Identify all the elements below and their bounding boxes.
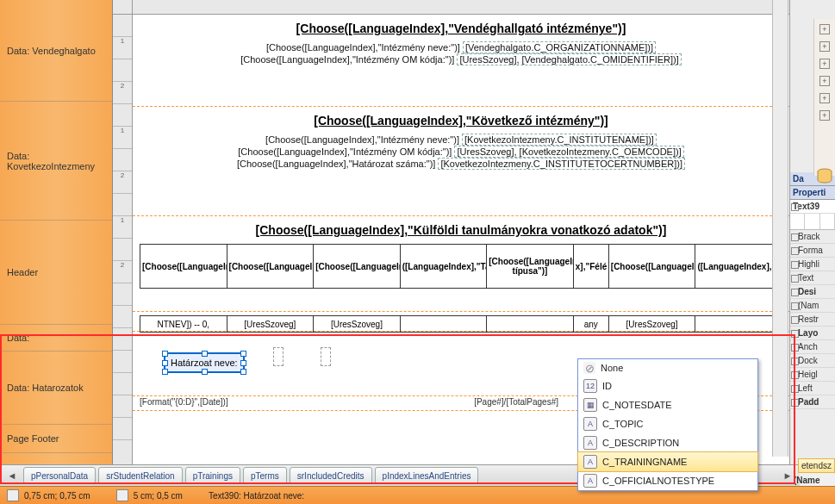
prop-object-name[interactable]: Text39 bbox=[790, 200, 835, 214]
band-labels: Data: Vendeghalgato Data: KovetkezoIntez… bbox=[0, 0, 113, 464]
num-icon: 12 bbox=[583, 379, 597, 393]
prop-item[interactable]: Heigl bbox=[790, 368, 835, 382]
expr[interactable]: [Vendeghalgato.C_ORGANIZATIONNAME])] bbox=[463, 41, 656, 53]
tab[interactable]: pTerms bbox=[243, 467, 287, 484]
section-vendeghalgato[interactable]: [Choose([LanguageIndex],"Vendéghallgató … bbox=[133, 15, 789, 107]
col-head[interactable]: x],"Félé bbox=[573, 245, 608, 289]
horizontal-ruler bbox=[133, 0, 789, 15]
band-label[interactable]: Header bbox=[0, 221, 112, 325]
prop-item[interactable]: Text bbox=[790, 271, 835, 285]
band-label[interactable]: Page Footer bbox=[0, 425, 112, 453]
tab[interactable]: pIndexLinesAndEntries bbox=[375, 467, 479, 484]
header-table[interactable]: [Choose([LanguageIndex],"Intézmény")] [C… bbox=[140, 244, 782, 289]
prop-group[interactable]: Desi bbox=[790, 285, 835, 299]
tab[interactable]: pPersonalData bbox=[23, 467, 96, 484]
none-icon: ⊘ bbox=[583, 362, 595, 374]
section-header[interactable]: [Choose([LanguageIndex],"Külföldi tanulm… bbox=[133, 216, 789, 312]
section-title[interactable]: [Choose([LanguageIndex],"Külföldi tanulm… bbox=[140, 223, 782, 237]
status-size: 5 cm; 0,5 cm bbox=[116, 489, 183, 501]
prop-header[interactable]: Properti bbox=[790, 186, 835, 200]
section-data-row[interactable]: NTNEV]) -- 0, [UresSzoveg] [UresSzoveg] … bbox=[133, 315, 789, 332]
placeholder[interactable] bbox=[273, 347, 284, 366]
expr[interactable]: [KovetkezoIntezmeny.C_INSTITUTETOCERTNUM… bbox=[438, 158, 685, 170]
properties-panel[interactable]: ++++++ Da Properti Text39 Brack Forma Hi… bbox=[789, 0, 835, 464]
expr[interactable]: [Choose([LanguageIndex],"Határozat száma… bbox=[237, 159, 435, 169]
expr[interactable]: [Choose([LanguageIndex],"Intézmény OM kó… bbox=[240, 54, 454, 65]
prop-item[interactable]: (Nam bbox=[790, 299, 835, 313]
field-picker-popup[interactable]: ⊘None 12ID ▦C_NOTESDATE AC_TOPIC AC_DESC… bbox=[577, 358, 758, 491]
tab[interactable]: srStudentRelation bbox=[98, 467, 183, 484]
prop-item[interactable]: Restr bbox=[790, 313, 835, 327]
expr[interactable]: [Choose([LanguageIndex],"Intézmény neve:… bbox=[266, 42, 460, 53]
band-label[interactable]: Data: bbox=[0, 325, 112, 352]
prop-group[interactable]: Padd bbox=[790, 395, 835, 409]
cell[interactable]: [UresSzoveg] bbox=[608, 316, 695, 333]
popup-item[interactable]: AC_TOPIC bbox=[578, 414, 757, 433]
band-label[interactable]: Data: KovetkezoIntezmeny bbox=[0, 102, 112, 221]
prop-group[interactable]: Layo bbox=[790, 327, 835, 340]
col-head[interactable]: [Choose([LanguageIndex],"Ország")] bbox=[227, 245, 314, 289]
col-head[interactable]: ([LanguageIndex],"Tanulmányok bbox=[695, 245, 782, 289]
data-table[interactable]: NTNEV]) -- 0, [UresSzoveg] [UresSzoveg] … bbox=[140, 315, 782, 333]
prop-item[interactable]: Left bbox=[790, 382, 835, 395]
popup-item-none[interactable]: ⊘None bbox=[578, 359, 757, 376]
tab[interactable]: srIncludedCredits bbox=[290, 467, 372, 484]
section-kovetkezo[interactable]: [Choose([LanguageIndex],"Következő intéz… bbox=[133, 107, 789, 216]
label-text: Határzoat neve: bbox=[171, 358, 238, 368]
date-icon: ▦ bbox=[583, 398, 597, 412]
expr[interactable]: [UresSzoveg], [KovetkezoIntezmeny.C_OEMC… bbox=[454, 146, 683, 158]
status-position: 0,75 cm; 0,75 cm bbox=[7, 489, 90, 501]
cell[interactable] bbox=[487, 316, 574, 333]
cell[interactable] bbox=[400, 316, 487, 333]
prop-item[interactable]: Brack bbox=[790, 230, 835, 244]
prop-item[interactable]: Dock bbox=[790, 354, 835, 368]
selected-textbox[interactable]: Határzoat neve: bbox=[164, 352, 245, 373]
col-head[interactable]: [Choose([LanguageIndex],"Félévek típusa"… bbox=[487, 245, 574, 289]
database-icon bbox=[816, 167, 833, 184]
band-label[interactable]: Data: Hatarozatok bbox=[0, 352, 112, 425]
popup-item[interactable]: AC_DESCRIPTION bbox=[578, 433, 757, 452]
popup-item[interactable]: ▦C_NOTESDATE bbox=[578, 395, 757, 414]
text-icon: A bbox=[583, 474, 597, 488]
expr[interactable]: [Choose([LanguageIndex],"Intézmény neve:… bbox=[265, 134, 459, 145]
tab[interactable]: pTrainings bbox=[185, 467, 240, 484]
band-label[interactable]: Data: Vendeghalgato bbox=[0, 0, 112, 102]
cell[interactable]: [UresSzoveg] bbox=[314, 316, 401, 333]
footer-date[interactable]: [Format("{0:D}",[Date])] bbox=[140, 397, 228, 407]
text-icon: A bbox=[583, 455, 597, 469]
prop-toolbar[interactable] bbox=[790, 214, 835, 230]
scrollbar[interactable] bbox=[772, 0, 788, 457]
vertical-ruler: 12 12 12 bbox=[113, 0, 133, 464]
status-object: Text390: Határzoat neve: bbox=[209, 491, 304, 501]
expr[interactable]: [UresSzoveg], [Vendeghalgato.C_OMIDENTIF… bbox=[457, 53, 681, 65]
tree-expanders[interactable]: ++++++ bbox=[813, 19, 835, 176]
popup-item[interactable]: 12ID bbox=[578, 376, 757, 395]
text-icon: A bbox=[583, 417, 597, 431]
expr[interactable]: [KovetkezoIntezmeny.C_INSTITUTENAME])] bbox=[462, 134, 657, 146]
cell[interactable]: NTNEV]) -- 0, bbox=[140, 316, 227, 333]
tab-nav-left[interactable]: ◄ bbox=[3, 470, 21, 481]
cell[interactable]: any bbox=[573, 316, 608, 333]
section-title[interactable]: [Choose([LanguageIndex],"Vendéghallgató … bbox=[140, 22, 782, 35]
prop-item[interactable]: Forma bbox=[790, 244, 835, 258]
col-head[interactable]: ([LanguageIndex],"Tanulmányok")] bbox=[400, 245, 487, 289]
cell[interactable] bbox=[695, 316, 782, 333]
cell[interactable]: [UresSzoveg] bbox=[227, 316, 314, 333]
expr[interactable]: [Choose([LanguageIndex],"Intézmény OM kó… bbox=[238, 146, 452, 157]
col-head[interactable]: [Choose([LanguageIndex],"Intézmény")] bbox=[140, 245, 227, 289]
footer-pages[interactable]: [Page#]/[TotalPages#] bbox=[474, 397, 558, 407]
placeholder[interactable] bbox=[321, 347, 331, 366]
popup-item-selected[interactable]: AC_TRAININGNAME bbox=[577, 451, 758, 472]
popup-item[interactable]: AC_OFFICIALNOTESTYPE bbox=[578, 471, 757, 490]
partial-tab[interactable]: etendsz bbox=[798, 458, 835, 473]
text-icon: A bbox=[583, 436, 597, 450]
prop-item[interactable]: Anch bbox=[790, 340, 835, 354]
prop-item[interactable]: Highli bbox=[790, 258, 835, 271]
col-head[interactable]: [Choose([LanguageIndex],"Település")] bbox=[314, 245, 401, 289]
section-title[interactable]: [Choose([LanguageIndex],"Következő intéz… bbox=[140, 114, 782, 128]
col-head[interactable]: [Choose([LanguageIndex],"Keretjellemző")… bbox=[608, 245, 695, 289]
